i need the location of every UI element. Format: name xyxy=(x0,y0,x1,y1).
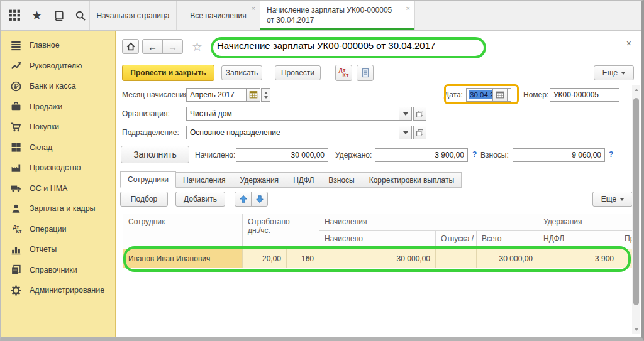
cell-accrued[interactable]: 30 000,00 xyxy=(319,249,436,268)
sidebar-item-reports[interactable]: Отчеты xyxy=(1,239,115,260)
withheld-field[interactable]: 3 900,00 xyxy=(375,148,468,162)
favorite-star-icon[interactable]: ☆ xyxy=(192,40,203,54)
dtkt-postings-button[interactable]: ДтКт xyxy=(335,65,352,81)
sidebar-item-manager[interactable]: Руководителю xyxy=(1,56,115,77)
cell-vacation[interactable] xyxy=(436,249,477,268)
tab-accruals[interactable]: Начисления xyxy=(176,172,233,188)
vertical-scrollbar[interactable] xyxy=(632,85,640,334)
post-button[interactable]: Провести xyxy=(275,65,321,80)
stepper-up-icon[interactable] xyxy=(262,89,270,95)
cell-total[interactable]: 30 000,00 xyxy=(477,249,538,268)
tab-salary-accrual[interactable]: Начисление зарплаты УК00-000005 от 30.04… xyxy=(260,1,415,30)
home-button[interactable] xyxy=(122,39,139,54)
open-link-icon xyxy=(416,129,424,137)
main-menu-grid-icon[interactable] xyxy=(9,9,21,21)
tab-close-icon[interactable]: × xyxy=(252,5,255,11)
home-icon xyxy=(126,41,136,51)
col-header-total[interactable]: Всего xyxy=(477,231,538,249)
fill-button[interactable]: Заполнить xyxy=(121,146,189,163)
sidebar-item-warehouse[interactable]: Склад xyxy=(1,138,115,158)
forward-button[interactable]: → xyxy=(162,39,183,54)
add-button[interactable]: Добавить xyxy=(175,192,225,207)
group-header-accruals[interactable]: Начисления xyxy=(319,214,538,231)
more-button-grid[interactable]: Еще xyxy=(592,192,633,207)
col-header-accrued[interactable]: Начислено xyxy=(319,231,436,249)
table-empty-area xyxy=(123,268,632,333)
group-header-deductions[interactable]: Удержания xyxy=(538,214,632,231)
sidebar-item-main[interactable]: Главное xyxy=(1,35,115,56)
sidebar-item-bank-cash[interactable]: Банк и касса xyxy=(1,76,115,97)
stepper-down-icon[interactable] xyxy=(262,95,270,101)
scroll-up-icon[interactable] xyxy=(632,85,640,92)
accrued-field[interactable]: 30 000,00 xyxy=(236,148,328,162)
cell-ndfl[interactable]: 3 900 xyxy=(538,249,619,268)
pick-button[interactable]: Подбор xyxy=(120,192,168,207)
search-icon[interactable] xyxy=(75,10,86,21)
tab-label: НДФЛ xyxy=(293,176,314,185)
date-picker-button[interactable] xyxy=(492,88,508,102)
sidebar-item-operations[interactable]: ДтКт Операции xyxy=(1,219,115,240)
col-header-other[interactable]: Про xyxy=(619,231,632,249)
calendar-icon xyxy=(496,90,504,99)
dept-open-button[interactable] xyxy=(413,126,426,139)
move-down-button[interactable] xyxy=(251,192,268,207)
scroll-down-icon[interactable] xyxy=(632,327,640,334)
post-and-close-button[interactable]: Провести и закрыть xyxy=(122,65,214,81)
month-picker-button[interactable] xyxy=(246,88,260,102)
col-header-vacation[interactable]: Отпуска / xyxy=(436,231,477,249)
sidebar-item-label: Администрирование xyxy=(30,286,104,295)
col-header-ndfl[interactable]: НДФЛ xyxy=(538,231,619,249)
ruble-icon xyxy=(10,81,21,92)
active-tab-indicator xyxy=(260,28,414,30)
person-icon xyxy=(10,203,21,214)
cell-employee[interactable]: Иванов Иван Иванович xyxy=(123,249,243,268)
more-button-top[interactable]: Еще xyxy=(594,65,634,80)
save-button[interactable]: Записать xyxy=(221,65,262,80)
sidebar-item-administration[interactable]: Администрирование xyxy=(1,280,115,301)
cell-days[interactable]: 20,00 xyxy=(243,249,287,268)
back-button[interactable]: ← xyxy=(142,39,163,54)
col-header-employee[interactable]: Сотрудник xyxy=(123,214,243,249)
tab-payment-adjustments[interactable]: Корректировки выплаты xyxy=(362,172,462,188)
org-field[interactable]: Чистый дом xyxy=(186,107,399,121)
print-doc-button[interactable] xyxy=(357,65,374,81)
sidebar-item-salary-hr[interactable]: Зарплата и кадры xyxy=(1,198,115,219)
sidebar-item-sales[interactable]: Продажи xyxy=(1,97,115,117)
accrued-label: Начислено: xyxy=(195,148,235,162)
cell-other[interactable] xyxy=(619,249,632,268)
tab-home[interactable]: Начальная страница xyxy=(90,1,177,30)
sidebar-item-label: Главное xyxy=(30,41,60,50)
history-scroll-icon[interactable] xyxy=(53,10,64,21)
withheld-help-link[interactable]: ? xyxy=(472,150,477,160)
cell-hours[interactable]: 160 xyxy=(287,249,319,268)
tab-all-accruals[interactable]: Все начисления × xyxy=(177,1,260,30)
dept-field[interactable]: Основное подразделение xyxy=(186,126,399,139)
close-form-icon[interactable]: × xyxy=(626,39,631,48)
tab-employees[interactable]: Сотрудники xyxy=(120,171,176,188)
tab-deductions[interactable]: Удержания xyxy=(233,172,287,188)
contrib-help-link[interactable]: ? xyxy=(609,150,613,160)
org-dropdown-button[interactable] xyxy=(399,107,412,121)
scrollbar-thumb[interactable] xyxy=(633,98,639,305)
org-open-button[interactable] xyxy=(413,107,426,121)
tab-ndfl[interactable]: НДФЛ xyxy=(286,172,321,188)
sidebar-item-fixed-assets[interactable]: ОС и НМА xyxy=(1,178,115,199)
document-form: ← → ☆ Начисление зарплаты УК00-000005 от… xyxy=(116,31,641,337)
month-field[interactable]: Апрель 2017 xyxy=(186,88,247,102)
contrib-field[interactable]: 9 060,00 xyxy=(513,148,605,162)
tab-close-icon[interactable]: × xyxy=(406,5,410,11)
col-header-worked[interactable]: Отработано дн./чс. xyxy=(243,214,319,249)
chevron-down-icon xyxy=(620,198,624,203)
sidebar-item-purchases[interactable]: Покупки xyxy=(1,117,115,138)
number-field[interactable]: УК00-000005 xyxy=(550,88,619,102)
sidebar-item-directories[interactable]: Справочники xyxy=(1,260,115,281)
month-stepper[interactable] xyxy=(261,88,270,102)
tab-label: Начальная страница xyxy=(96,11,169,20)
chevron-down-icon xyxy=(403,112,408,118)
move-up-button[interactable] xyxy=(235,192,252,207)
favorites-star-icon[interactable]: ★ xyxy=(31,9,42,21)
dept-dropdown-button[interactable] xyxy=(399,126,412,139)
tab-contributions[interactable]: Взносы xyxy=(321,172,362,188)
dept-value: Основное подразделение xyxy=(190,128,280,137)
sidebar-item-production[interactable]: Производство xyxy=(1,158,115,178)
